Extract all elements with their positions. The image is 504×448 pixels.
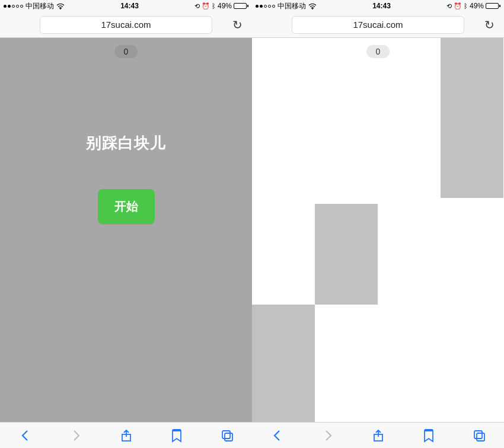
game-title: 别踩白块儿 xyxy=(86,133,166,153)
status-left: 中国移动 xyxy=(4,1,65,11)
status-bar: 中国移动 14:43 ⟲ ⏰ ᛒ 49% xyxy=(0,0,252,12)
bluetooth-icon: ᛒ xyxy=(464,3,468,9)
game-tile[interactable] xyxy=(441,38,503,198)
url-text: 17sucai.com xyxy=(101,20,151,30)
status-time: 14:43 xyxy=(372,2,391,10)
svg-rect-7 xyxy=(477,433,484,441)
status-left: 中国移动 xyxy=(256,1,317,11)
carrier-label: 中国移动 xyxy=(277,1,306,11)
safari-tab-bar xyxy=(252,422,504,448)
screen-right-gameplay: 中国移动 14:43 ⟲ ⏰ ᛒ 49% 17sucai.com ↻ 0 xyxy=(252,0,504,448)
battery-percent: 49% xyxy=(470,2,484,10)
game-tile[interactable] xyxy=(252,305,315,422)
url-field[interactable]: 17sucai.com xyxy=(40,16,213,34)
tabs-button[interactable] xyxy=(467,424,491,447)
wifi-icon xyxy=(308,3,317,9)
game-menu-content: 0 别踩白块儿 开始 xyxy=(0,38,252,422)
back-button[interactable] xyxy=(266,424,289,447)
score-value: 0 xyxy=(124,47,129,56)
start-button[interactable]: 开始 xyxy=(98,189,155,224)
bookmarks-button[interactable] xyxy=(165,424,189,447)
browser-toolbar: 17sucai.com ↻ xyxy=(252,12,504,38)
bookmarks-button[interactable] xyxy=(417,424,441,447)
tabs-button[interactable] xyxy=(215,424,239,447)
status-right: ⟲ ⏰ ᛒ 49% xyxy=(446,2,500,10)
svg-point-0 xyxy=(60,8,61,9)
forward-button[interactable] xyxy=(64,424,88,447)
score-badge: 0 xyxy=(366,45,390,58)
battery-icon xyxy=(234,3,248,9)
back-button[interactable] xyxy=(14,424,37,447)
signal-icon xyxy=(4,5,23,8)
start-button-label: 开始 xyxy=(114,200,138,213)
bluetooth-icon: ᛒ xyxy=(212,3,216,9)
game-tile[interactable] xyxy=(315,204,378,305)
status-right: ⟲ ⏰ ᛒ 49% xyxy=(194,2,248,10)
wifi-icon xyxy=(56,3,65,9)
orientation-lock-icon: ⟲ xyxy=(194,3,200,9)
battery-icon xyxy=(486,3,500,9)
share-button[interactable] xyxy=(366,424,390,447)
screen-left-menu: 中国移动 14:43 ⟲ ⏰ ᛒ 49% 17sucai.com ↻ 0 别踩白… xyxy=(0,0,252,448)
share-button[interactable] xyxy=(114,424,138,447)
refresh-icon[interactable]: ↻ xyxy=(484,18,495,32)
forward-button[interactable] xyxy=(316,424,340,447)
orientation-lock-icon: ⟲ xyxy=(446,3,452,9)
status-time: 14:43 xyxy=(120,2,139,10)
url-field[interactable]: 17sucai.com xyxy=(292,16,465,34)
browser-toolbar: 17sucai.com ↻ xyxy=(0,12,252,38)
refresh-icon[interactable]: ↻ xyxy=(232,18,243,32)
svg-rect-3 xyxy=(225,433,232,441)
score-badge: 0 xyxy=(114,45,138,58)
safari-tab-bar xyxy=(0,422,252,448)
url-text: 17sucai.com xyxy=(353,20,403,30)
alarm-icon: ⏰ xyxy=(454,3,462,9)
svg-rect-6 xyxy=(474,431,482,439)
game-board[interactable]: 0 xyxy=(252,38,504,422)
svg-rect-2 xyxy=(222,431,230,439)
alarm-icon: ⏰ xyxy=(202,3,210,9)
status-bar: 中国移动 14:43 ⟲ ⏰ ᛒ 49% xyxy=(252,0,504,12)
score-value: 0 xyxy=(376,47,381,56)
carrier-label: 中国移动 xyxy=(25,1,54,11)
battery-percent: 49% xyxy=(218,2,232,10)
svg-point-4 xyxy=(312,8,313,9)
signal-icon xyxy=(256,5,275,8)
